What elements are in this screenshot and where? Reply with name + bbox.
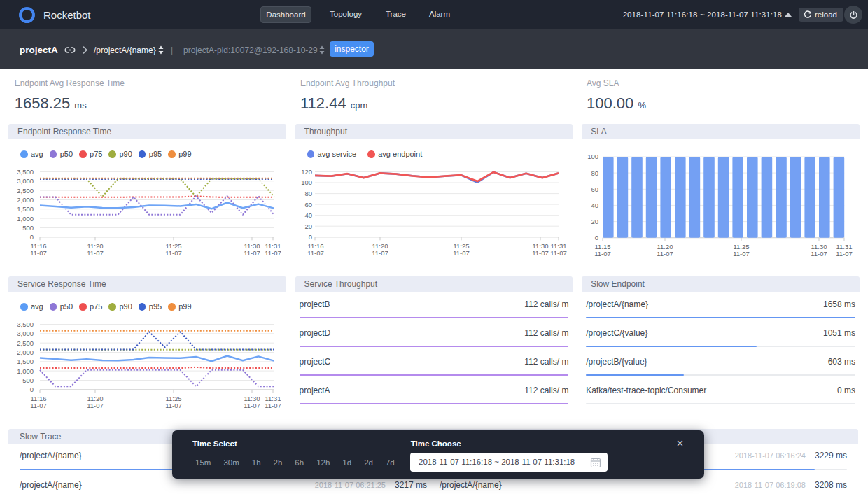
svg-text:1,500: 1,500 — [17, 205, 34, 213]
svg-text:11-07: 11-07 — [307, 249, 324, 257]
svg-text:3,000: 3,000 — [17, 330, 34, 337]
svg-text:500: 500 — [22, 376, 34, 384]
svg-text:0: 0 — [308, 233, 312, 241]
svg-text:60: 60 — [592, 185, 599, 193]
svg-text:11-07: 11-07 — [733, 250, 750, 257]
svg-text:2,000: 2,000 — [17, 196, 34, 204]
svg-text:60: 60 — [304, 201, 312, 209]
svg-text:11-07: 11-07 — [453, 249, 470, 257]
svg-text:100: 100 — [301, 178, 312, 186]
svg-text:11-07: 11-07 — [244, 402, 260, 409]
svg-text:3,500: 3,500 — [17, 320, 34, 328]
svg-text:11-07: 11-07 — [594, 250, 611, 257]
svg-text:3,500: 3,500 — [17, 168, 34, 176]
svg-text:11-07: 11-07 — [87, 249, 104, 257]
svg-text:11-07: 11-07 — [244, 249, 260, 257]
svg-text:100: 100 — [587, 153, 598, 160]
svg-text:11-07: 11-07 — [657, 250, 673, 257]
svg-text:0: 0 — [595, 234, 598, 241]
svg-text:0: 0 — [30, 386, 34, 393]
svg-text:2,000: 2,000 — [17, 348, 34, 356]
svg-text:11-07: 11-07 — [532, 249, 549, 257]
svg-text:0: 0 — [30, 233, 34, 241]
svg-text:40: 40 — [592, 202, 599, 209]
svg-text:1,000: 1,000 — [17, 367, 34, 375]
svg-text:11-07: 11-07 — [265, 402, 281, 409]
svg-text:11-07: 11-07 — [87, 402, 104, 409]
svg-text:3,000: 3,000 — [17, 177, 34, 185]
svg-text:11-07: 11-07 — [165, 249, 182, 257]
svg-text:80: 80 — [304, 190, 312, 197]
svg-text:1,500: 1,500 — [17, 358, 34, 365]
svg-text:500: 500 — [22, 224, 34, 232]
svg-text:11-07: 11-07 — [836, 250, 853, 257]
svg-text:11-07: 11-07 — [30, 249, 47, 257]
svg-text:2,500: 2,500 — [17, 339, 34, 347]
svg-text:1,000: 1,000 — [17, 215, 34, 223]
svg-text:11-07: 11-07 — [265, 249, 281, 257]
svg-text:11-07: 11-07 — [550, 249, 567, 257]
svg-text:2,500: 2,500 — [17, 187, 34, 195]
svg-text:20: 20 — [592, 218, 599, 225]
svg-text:11-07: 11-07 — [811, 250, 827, 257]
svg-text:11-07: 11-07 — [165, 402, 182, 409]
svg-text:11-07: 11-07 — [372, 249, 388, 257]
svg-text:80: 80 — [592, 169, 599, 177]
svg-text:20: 20 — [304, 223, 312, 230]
svg-text:120: 120 — [301, 168, 312, 176]
svg-text:11-07: 11-07 — [30, 402, 47, 409]
svg-text:40: 40 — [304, 211, 312, 219]
